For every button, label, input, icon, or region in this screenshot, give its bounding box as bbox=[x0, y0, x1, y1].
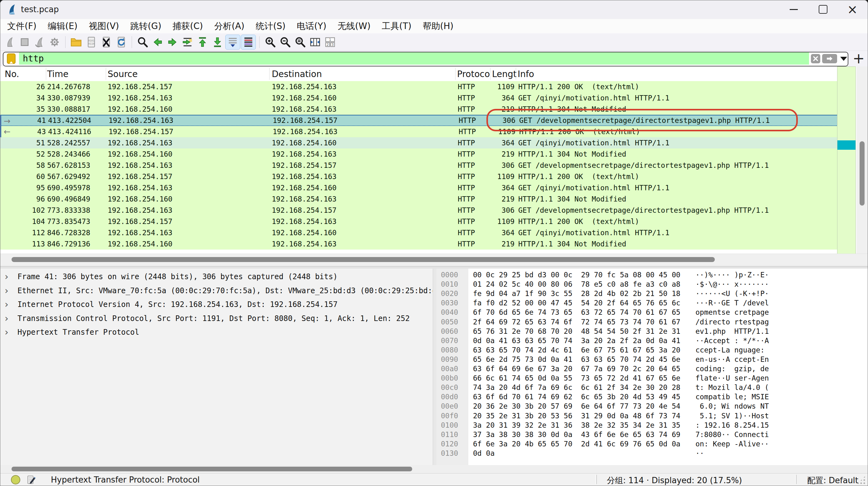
minimize-button[interactable] bbox=[779, 0, 808, 19]
hex-line[interactable]: 01003a 20 31 39 32 2e 31 36 38 2e 32 35 … bbox=[436, 420, 868, 429]
capture-comment-icon[interactable] bbox=[27, 475, 36, 485]
detail-tree-item[interactable]: ›Transmission Control Protocol, Src Port… bbox=[0, 312, 433, 326]
hex-line[interactable]: 00e020 36 2e 30 3b 20 57 69 6e 64 6f 77 … bbox=[436, 401, 868, 411]
open-file-button[interactable] bbox=[69, 35, 83, 49]
packet-row-34[interactable]: 34330.087939192.168.254.163192.168.254.1… bbox=[0, 92, 837, 103]
column-resize-handle[interactable] bbox=[269, 68, 270, 80]
profile-status[interactable]: 配置: Default bbox=[807, 475, 858, 486]
filter-clear-button[interactable] bbox=[811, 54, 820, 63]
expand-chevron-icon[interactable]: › bbox=[5, 327, 8, 337]
detail-tree-item[interactable]: ›Ethernet II, Src: VMware_70:fc:5a (00:0… bbox=[0, 285, 433, 298]
intelligent-scrollbar-minimap[interactable] bbox=[837, 66, 856, 266]
hex-line[interactable]: 00f020 35 2e 31 3b 20 53 56 31 29 0d 0a … bbox=[436, 411, 868, 420]
details-scrollbar-thumb[interactable] bbox=[11, 467, 412, 471]
expand-chevron-icon[interactable]: › bbox=[5, 313, 8, 324]
auto-scroll-button[interactable] bbox=[225, 35, 240, 50]
hex-line[interactable]: 00700d 0a 41 63 63 65 70 74 3a 20 2a 2f … bbox=[436, 336, 868, 345]
zoom-original-button[interactable] bbox=[293, 35, 307, 49]
menu-item-analyze[interactable]: 分析(A) bbox=[210, 20, 249, 32]
hex-line[interactable]: 009065 6e 2d 75 73 0d 0a 41 63 63 65 70 … bbox=[436, 354, 868, 364]
packet-row-104[interactable]: 104773.835473192.168.254.157192.168.254.… bbox=[0, 216, 837, 227]
hex-line[interactable]: 000000 0c 29 25 bd d3 00 0c 29 70 fc 5a … bbox=[436, 270, 868, 279]
expand-chevron-icon[interactable]: › bbox=[5, 271, 8, 282]
go-to-packet-button[interactable] bbox=[180, 35, 195, 49]
column-resize-handle[interactable] bbox=[46, 68, 46, 80]
close-button[interactable]: × bbox=[838, 0, 867, 19]
column-resize-handle[interactable] bbox=[490, 68, 491, 80]
menu-item-capture[interactable]: 捕获(C) bbox=[168, 20, 207, 32]
packet-row-95[interactable]: 95690.495978192.168.254.163192.168.254.1… bbox=[0, 182, 837, 193]
hex-line[interactable]: 00502f 64 69 72 65 63 74 6f 72 74 65 73 … bbox=[436, 317, 868, 326]
hex-line[interactable]: 011037 3a 38 30 38 30 0d 0a 43 6f 6e 6e … bbox=[436, 429, 868, 439]
hex-line[interactable]: 01206f 6e 3a 20 4b 65 65 70 2d 41 6c 69 … bbox=[436, 439, 868, 448]
column-header-destination[interactable]: Destination bbox=[272, 69, 322, 79]
hex-line[interactable]: 00d063 6f 6d 70 61 74 69 62 6c 65 3b 20 … bbox=[436, 392, 868, 401]
packet-row-96[interactable]: 96690.496849192.168.254.160192.168.254.1… bbox=[0, 193, 837, 205]
packet-row-58[interactable]: 58567.628153192.168.254.163192.168.254.1… bbox=[0, 160, 837, 171]
details-horizontal-scrollbar[interactable] bbox=[0, 465, 868, 473]
colorize-button[interactable] bbox=[241, 35, 256, 50]
packet-row-51[interactable]: 51528.242557192.168.254.163192.168.254.1… bbox=[0, 137, 837, 149]
packet-row-113[interactable]: 113846.729136192.168.254.160192.168.254.… bbox=[0, 238, 837, 250]
hex-line[interactable]: 008063 63 65 70 74 2d 4c 61 6e 67 75 61 … bbox=[436, 345, 868, 354]
close-file-button[interactable] bbox=[99, 35, 113, 49]
expert-info-icon[interactable] bbox=[11, 475, 20, 484]
packet-row-35[interactable]: 35330.088817192.168.254.160192.168.254.1… bbox=[0, 103, 837, 115]
expand-chevron-icon[interactable]: › bbox=[5, 285, 8, 296]
hex-line[interactable]: 01300d 0a·· bbox=[436, 448, 868, 458]
hex-line[interactable]: 00b066 6c 61 74 65 0d 0a 55 73 65 72 2d … bbox=[436, 373, 868, 383]
filter-dropdown-chevron-icon[interactable] bbox=[840, 57, 847, 61]
menu-item-telephony[interactable]: 电话(Y) bbox=[292, 20, 331, 32]
resize-columns-button[interactable] bbox=[308, 35, 322, 49]
filter-bookmark-icon[interactable] bbox=[5, 53, 18, 64]
column-header-time[interactable]: Time bbox=[47, 69, 69, 79]
column-header-no[interactable]: No. bbox=[5, 69, 19, 79]
menu-item-file[interactable]: 文件(F) bbox=[3, 20, 41, 32]
column-header-source[interactable]: Source bbox=[107, 69, 137, 79]
hex-line[interactable]: 0020fe 9d 04 a7 1f 90 3c 55 28 2d 4b 02 … bbox=[436, 289, 868, 298]
detail-tree-item[interactable]: ›Hypertext Transfer Protocol bbox=[0, 326, 433, 340]
column-resize-handle[interactable] bbox=[516, 68, 516, 80]
column-header-protocol[interactable]: Protoco bbox=[457, 69, 490, 79]
menu-item-statistics[interactable]: 统计(S) bbox=[251, 20, 290, 32]
menu-item-wireless[interactable]: 无线(W) bbox=[333, 20, 375, 32]
go-first-button[interactable] bbox=[195, 35, 210, 49]
horizontal-scrollbar-thumb[interactable] bbox=[11, 257, 715, 262]
menu-item-help[interactable]: 帮助(H) bbox=[418, 20, 458, 32]
detail-tree-item[interactable]: ›Frame 41: 306 bytes on wire (2448 bits)… bbox=[0, 270, 433, 284]
column-header-info[interactable]: Info bbox=[518, 69, 534, 79]
hex-line[interactable]: 00c074 3a 20 4d 6f 7a 69 6c 6c 61 2f 34 … bbox=[436, 383, 868, 392]
hex-line[interactable]: 001001 24 02 5c 40 00 80 06 78 e5 c0 a8 … bbox=[436, 279, 868, 289]
packet-row-26[interactable]: 26214.267678192.168.254.157192.168.254.1… bbox=[0, 81, 837, 92]
packet-row-102[interactable]: 102773.833338192.168.254.163192.168.254.… bbox=[0, 205, 837, 216]
maximize-button[interactable] bbox=[808, 0, 838, 19]
packet-row-60[interactable]: 60567.629492192.168.254.157192.168.254.1… bbox=[0, 171, 837, 182]
hex-line[interactable]: 006065 76 31 2e 70 68 70 20 48 54 54 50 … bbox=[436, 326, 868, 336]
expand-chevron-icon[interactable]: › bbox=[5, 299, 8, 310]
go-forward-button[interactable] bbox=[165, 35, 180, 49]
zoom-out-button[interactable] bbox=[278, 35, 292, 49]
go-back-button[interactable] bbox=[150, 35, 165, 49]
vertical-scrollbar-thumb[interactable] bbox=[860, 141, 865, 205]
find-packet-button[interactable] bbox=[135, 35, 150, 49]
packet-row-43[interactable]: ←43413.424116192.168.254.157192.168.254.… bbox=[0, 126, 838, 137]
menu-item-go[interactable]: 跳转(G) bbox=[126, 20, 166, 32]
hex-line[interactable]: 00406f 70 6d 65 6e 74 73 65 63 72 65 74 … bbox=[436, 307, 868, 317]
display-filter-input[interactable]: http bbox=[19, 53, 809, 65]
layout-pages-button[interactable]: 123 bbox=[323, 35, 337, 49]
add-filter-button[interactable]: + bbox=[851, 51, 866, 66]
column-resize-handle[interactable] bbox=[455, 68, 456, 80]
filter-apply-button[interactable] bbox=[822, 54, 837, 63]
packet-row-112[interactable]: 112846.728328192.168.254.163192.168.254.… bbox=[0, 227, 837, 238]
hex-line[interactable]: 00a063 6f 64 69 6e 67 3a 20 67 7a 69 70 … bbox=[436, 364, 868, 373]
hex-line[interactable]: 0030fa f0 d2 52 00 00 47 45 54 20 2f 64 … bbox=[436, 298, 868, 307]
packet-list-vertical-scrollbar[interactable] bbox=[857, 66, 868, 266]
packet-list-horizontal-scrollbar[interactable] bbox=[0, 254, 868, 266]
menu-item-tools[interactable]: 工具(T) bbox=[377, 20, 416, 32]
menu-item-edit[interactable]: 编辑(E) bbox=[43, 20, 82, 32]
reload-file-button[interactable] bbox=[114, 35, 128, 49]
zoom-in-button[interactable] bbox=[263, 35, 277, 49]
packet-row-52[interactable]: 52528.243466192.168.254.160192.168.254.1… bbox=[0, 149, 837, 160]
column-resize-handle[interactable] bbox=[106, 68, 106, 80]
packet-row-41[interactable]: →41413.422504192.168.254.163192.168.254.… bbox=[0, 115, 838, 126]
